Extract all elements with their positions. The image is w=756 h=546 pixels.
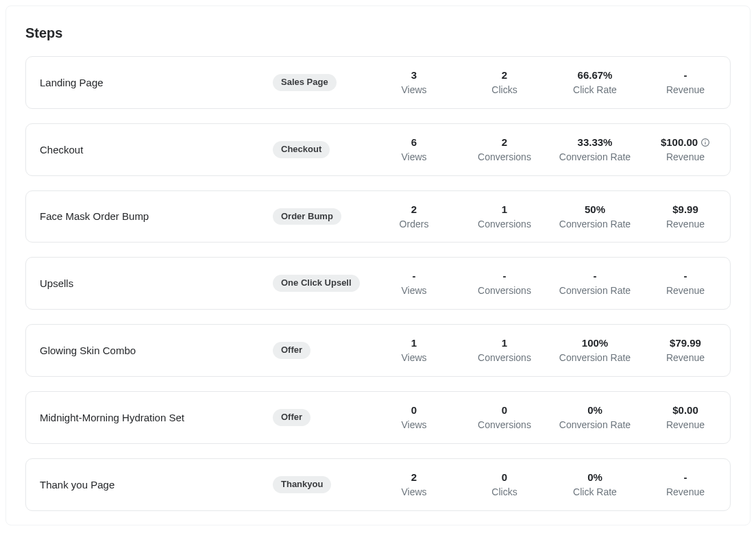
metric-value: 0 [502, 404, 507, 417]
metric-value-text: 6 [411, 136, 417, 149]
step-metrics: 2Views0Clicks0%Click Rate-Revenue [369, 471, 731, 498]
step-row[interactable]: CheckoutCheckout6Views2Conversions33.33%… [25, 123, 731, 176]
metric-value: 6 [411, 136, 417, 149]
steps-panel: Steps Landing PageSales Page3Views2Click… [5, 5, 751, 525]
step-badge-cell: Order Bump [273, 208, 369, 225]
step-name: Landing Page [40, 77, 273, 88]
info-icon[interactable] [700, 138, 710, 147]
metric: 0Views [369, 404, 459, 431]
step-row[interactable]: UpsellsOne Click Upsell-Views-Conversion… [25, 257, 731, 310]
metric-value: 2 [502, 69, 507, 82]
step-name: Glowing Skin Combo [40, 345, 273, 356]
metric-label: Revenue [666, 84, 705, 96]
metric-value: 0 [411, 404, 417, 417]
step-row[interactable]: Landing PageSales Page3Views2Clicks66.67… [25, 56, 731, 109]
metric-value-text: $0.00 [672, 404, 698, 417]
metric-value: 3 [411, 69, 417, 82]
step-name: Midnight-Morning Hydration Set [40, 412, 273, 423]
metric-value: 0% [587, 404, 602, 417]
step-name: Upsells [40, 277, 273, 289]
metric-value-text: - [503, 270, 507, 282]
metric: -Conversion Rate [550, 270, 640, 297]
metric-value: $100.00 [661, 136, 710, 149]
metric: 0%Click Rate [550, 471, 640, 498]
metric-value: - [413, 270, 416, 282]
metric: -Revenue [640, 471, 731, 498]
metric-label: Conversion Rate [559, 419, 631, 431]
metric-value-text: 2 [411, 203, 417, 216]
metric-label: Click Rate [573, 84, 617, 96]
svg-point-2 [705, 140, 705, 140]
metric-value: 2 [411, 471, 417, 484]
metric: 33.33%Conversion Rate [550, 136, 640, 163]
metric-value: 100% [582, 337, 608, 349]
metric-value-text: - [413, 270, 416, 282]
metric-value: 1 [411, 337, 417, 349]
metric: -Revenue [640, 69, 731, 96]
metric-value-text: - [594, 270, 597, 282]
metric-value-text: 33.33% [578, 136, 613, 149]
metric-value-text: 2 [502, 69, 507, 82]
metric: 100%Conversion Rate [550, 337, 640, 364]
step-type-badge: Offer [273, 342, 310, 359]
metric-value-text: 100% [582, 337, 608, 349]
metric-value-text: 1 [411, 337, 417, 349]
step-badge-cell: Offer [273, 342, 369, 359]
metric: 0Conversions [459, 404, 550, 431]
step-badge-cell: One Click Upsell [273, 275, 369, 292]
step-metrics: 2Orders1Conversions50%Conversion Rate$9.… [369, 203, 731, 230]
step-badge-cell: Thankyou [273, 476, 369, 493]
step-name: Thank you Page [40, 479, 273, 491]
metric-value-text: - [684, 69, 687, 82]
metric-label: Revenue [666, 352, 705, 364]
step-metrics: -Views-Conversions-Conversion Rate-Reven… [369, 270, 731, 297]
step-metrics: 3Views2Clicks66.67%Click Rate-Revenue [369, 69, 731, 96]
metric-label: Conversions [478, 219, 531, 230]
metric-label: Revenue [666, 151, 705, 163]
metric-value-text: 0 [502, 404, 507, 417]
metric-value: 66.67% [578, 69, 613, 82]
metric: 66.67%Click Rate [550, 69, 640, 96]
metric-value-text: 0% [587, 471, 602, 484]
metric-label: Conversion Rate [559, 285, 631, 297]
metric-label: Conversion Rate [559, 151, 631, 163]
metric: 2Views [369, 471, 459, 498]
metric-label: Revenue [666, 486, 705, 498]
metric-value: $0.00 [672, 404, 698, 417]
step-row[interactable]: Thank you PageThankyou2Views0Clicks0%Cli… [25, 458, 731, 511]
metric-value: 2 [411, 203, 417, 216]
metric-label: Views [401, 352, 426, 364]
metric-label: Revenue [666, 219, 705, 230]
step-type-badge: Checkout [273, 141, 330, 158]
metric-label: Conversions [478, 285, 531, 297]
metric: 2Clicks [459, 69, 550, 96]
step-type-badge: One Click Upsell [273, 275, 360, 292]
metric: $100.00Revenue [640, 136, 731, 163]
step-row[interactable]: Face Mask Order BumpOrder Bump2Orders1Co… [25, 190, 731, 243]
metric-label: Clicks [491, 84, 517, 96]
step-name: Checkout [40, 144, 273, 156]
metric-label: Views [401, 419, 426, 431]
metric-label: Views [401, 84, 426, 96]
metric-value: 50% [585, 203, 605, 216]
step-type-badge: Sales Page [273, 74, 337, 91]
metric-value-text: - [684, 270, 687, 282]
metric-value: - [684, 270, 687, 282]
metric-value: - [503, 270, 507, 282]
metric-value: 33.33% [578, 136, 613, 149]
metric: 1Views [369, 337, 459, 364]
metric-label: Clicks [491, 486, 517, 498]
metric-value-text: 2 [411, 471, 417, 484]
metric: $79.99Revenue [640, 337, 731, 364]
step-type-badge: Thankyou [273, 476, 331, 493]
metric-value-text: 0 [502, 471, 507, 484]
metric: 0Clicks [459, 471, 550, 498]
panel-title: Steps [25, 25, 731, 41]
step-row[interactable]: Glowing Skin ComboOffer1Views1Conversion… [25, 324, 731, 377]
step-row[interactable]: Midnight-Morning Hydration SetOffer0View… [25, 391, 731, 444]
metric-value-text: $79.99 [670, 337, 701, 349]
step-metrics: 6Views2Conversions33.33%Conversion Rate$… [369, 136, 731, 163]
step-metrics: 0Views0Conversions0%Conversion Rate$0.00… [369, 404, 731, 431]
step-type-badge: Offer [273, 409, 310, 426]
metric-value: 0% [587, 471, 602, 484]
